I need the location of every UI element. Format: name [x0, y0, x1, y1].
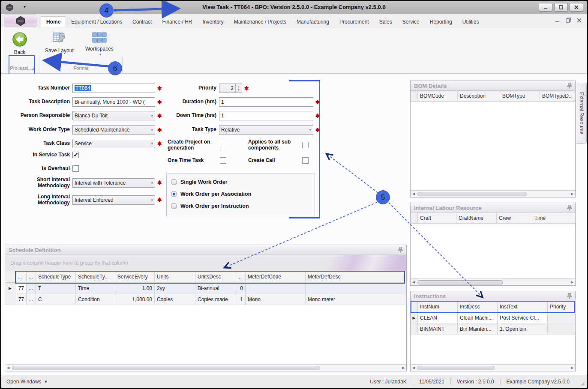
tab-service[interactable]: Service — [397, 17, 425, 27]
cell[interactable]: Mono — [246, 294, 306, 305]
tab-utilities[interactable]: Utilities — [457, 17, 484, 27]
cell-ellipsis-button[interactable]: ... — [27, 294, 36, 305]
cell[interactable]: 1. Open bin — [498, 323, 548, 334]
priority-spinner[interactable]: 2 ▲▼ — [219, 84, 242, 93]
column-header-instnum[interactable]: InstNum — [418, 301, 458, 312]
column-header-description[interactable]: Description — [458, 91, 500, 101]
column-header-scheduletype[interactable]: ScheduleType — [36, 271, 76, 282]
column-header-bomtypedesc[interactable]: BOMTypeD.. — [540, 91, 575, 101]
is-overhaul-checkbox[interactable] — [72, 165, 79, 172]
column-header-time[interactable]: Time — [532, 213, 575, 223]
maximize-button[interactable] — [554, 3, 568, 12]
horizontal-scrollbar[interactable]: ◀ ▶ — [5, 364, 406, 371]
cell[interactable] — [246, 283, 306, 293]
workspaces-button[interactable]: Workspaces ▾ — [85, 31, 114, 57]
horizontal-scrollbar[interactable]: ◀ ▶ — [411, 364, 575, 371]
short-interval-methodology-dropdown[interactable]: Interval with Tolerance▾ — [72, 178, 155, 188]
cell[interactable]: 77 — [15, 294, 27, 305]
pin-icon[interactable] — [398, 247, 403, 253]
tab-manufacturing[interactable]: Manufacturing — [291, 17, 334, 27]
in-service-task-checkbox[interactable] — [72, 152, 79, 158]
work-order-type-dropdown[interactable]: Scheduled Maintenance▾ — [72, 125, 155, 135]
scroll-left-icon[interactable]: ◀ — [5, 366, 11, 370]
minimize-button[interactable] — [539, 3, 552, 12]
spinner-arrows-icon[interactable]: ▲▼ — [235, 84, 242, 93]
column-header-craft[interactable]: Craft — [418, 213, 456, 223]
column-header-priority[interactable]: Priority — [548, 301, 575, 312]
task-class-dropdown[interactable]: Service▾ — [72, 139, 155, 148]
radio-single-work-order[interactable]: Single Work Order — [171, 179, 228, 185]
cell[interactable]: 2yy — [155, 283, 195, 293]
cell[interactable]: 0 — [235, 283, 246, 293]
tab-contract[interactable]: Contract — [127, 17, 157, 27]
scrollbar-thumb[interactable] — [417, 192, 527, 196]
scroll-right-icon[interactable]: ▶ — [569, 280, 575, 284]
column-header[interactable]: ... — [15, 271, 27, 282]
mdi-restore-icon[interactable] — [566, 18, 571, 23]
cell[interactable]: 1.00 — [115, 283, 155, 293]
cell[interactable]: CLEAN — [418, 312, 458, 323]
pin-icon[interactable] — [567, 293, 572, 299]
cell[interactable] — [548, 323, 575, 334]
scroll-right-icon[interactable]: ▶ — [569, 192, 575, 196]
cell[interactable]: C — [36, 294, 76, 305]
tab-equipment-locations[interactable]: Equipment / Locations — [66, 17, 127, 27]
radio-work-order-per-instruction[interactable]: Work Order per Instruction — [171, 203, 249, 209]
cell[interactable] — [306, 283, 406, 293]
close-button[interactable] — [570, 3, 583, 12]
horizontal-scrollbar[interactable]: ◀ ▶ — [411, 190, 575, 197]
tab-finance-hr[interactable]: Finance / HR — [157, 17, 197, 27]
tab-sales[interactable]: Sales — [374, 17, 397, 27]
column-header-units[interactable]: Units — [155, 271, 195, 282]
long-interval-methodology-dropdown[interactable]: Interval Enforced▾ — [72, 195, 155, 205]
schedule-row-2[interactable]: 77 ... C Condition 1,000.00 Copies Copie… — [5, 294, 406, 305]
dialog-launcher-icon[interactable]: ◢ — [31, 67, 34, 71]
cell[interactable]: Clean Machi... — [458, 312, 498, 323]
cell[interactable] — [548, 312, 575, 323]
mdi-minimize-icon[interactable] — [555, 18, 560, 23]
instructions-row-1[interactable]: ▶ CLEAN Clean Machi... Post Service Cl..… — [411, 312, 575, 323]
create-project-checkbox[interactable] — [220, 142, 226, 148]
cell[interactable]: Condition — [76, 294, 115, 305]
column-header-meterdefcode[interactable]: MeterDefCode — [246, 271, 306, 282]
column-header-craftname[interactable]: CraftName — [456, 213, 497, 223]
down-time-input[interactable]: 1 — [219, 111, 313, 120]
tab-maintenance-projects[interactable]: Maintenance / Projects — [229, 17, 291, 27]
scrollbar-thumb[interactable] — [12, 366, 320, 370]
scroll-left-icon[interactable]: ◀ — [411, 192, 417, 196]
schedule-row-1[interactable]: ▶ 77 ... T Time 1.00 2yy Bi-annual 0 — [5, 283, 406, 294]
tab-reporting[interactable]: Reporting — [425, 17, 457, 27]
task-description-input[interactable]: Bi-annually, Mono 1000 - WO ( — [72, 97, 155, 107]
cell[interactable]: Post Service Cl... — [498, 312, 548, 323]
cell[interactable]: T — [36, 283, 76, 293]
pin-icon[interactable] — [567, 205, 572, 211]
column-header-instdesc[interactable]: InstDesc — [458, 301, 498, 312]
applies-sub-checkbox[interactable] — [302, 142, 309, 148]
cell[interactable]: Time — [76, 283, 115, 293]
cell[interactable]: Mono meter — [306, 294, 406, 305]
mdi-close-icon[interactable] — [577, 18, 582, 23]
column-header-serviceevery[interactable]: ServiceEvery — [115, 271, 155, 282]
cell[interactable]: BINMAINT — [418, 323, 458, 334]
tab-procurement[interactable]: Procurement — [334, 17, 374, 27]
cell[interactable]: Copies made — [195, 294, 235, 305]
column-header-bomcode[interactable]: BOMCode — [418, 91, 458, 101]
task-number-input[interactable]: TT064 — [72, 84, 155, 93]
radio-work-order-per-association[interactable]: Work Order per Association — [171, 191, 251, 197]
pin-icon[interactable] — [567, 83, 572, 89]
cell[interactable]: Bin Mainten... — [458, 323, 498, 334]
column-header-meterdefdesc[interactable]: MeterDefDesc — [306, 271, 406, 282]
create-call-checkbox[interactable] — [302, 157, 309, 164]
back-button[interactable]: Back — [12, 31, 28, 55]
horizontal-scrollbar[interactable]: ◀ ▶ — [411, 278, 575, 285]
save-layout-button[interactable]: Save Layout — [45, 31, 74, 54]
cell[interactable]: 1,000.00 — [115, 294, 155, 305]
application-menu-button[interactable] — [4, 15, 37, 27]
scroll-left-icon[interactable]: ◀ — [411, 280, 417, 284]
scroll-right-icon[interactable]: ▶ — [569, 366, 575, 370]
column-header-insttext[interactable]: InstText — [498, 301, 548, 312]
cell[interactable]: Bi-annual — [195, 283, 235, 293]
scroll-right-icon[interactable]: ▶ — [400, 366, 406, 370]
tab-inventory[interactable]: Inventory — [197, 17, 228, 27]
open-windows-button[interactable]: Open Windows ▼ — [6, 379, 48, 385]
